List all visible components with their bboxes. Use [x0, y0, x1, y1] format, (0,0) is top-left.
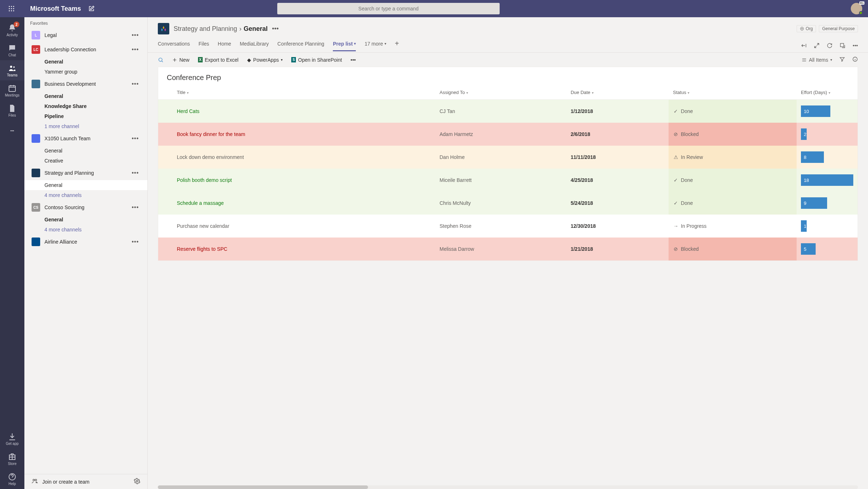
calendar-icon [8, 84, 16, 93]
filter-icon[interactable] [839, 56, 845, 63]
horizontal-scrollbar[interactable] [158, 485, 858, 489]
appbar-label: Get app [6, 442, 19, 446]
search-input[interactable] [277, 3, 500, 14]
tab-conference-planning[interactable]: Conference Planning [277, 41, 324, 51]
popout-icon[interactable] [840, 43, 845, 50]
team-row[interactable]: LC Leadership Connection ••• [24, 42, 147, 57]
help-icon [8, 472, 16, 481]
table-row[interactable]: Polish booth demo script Miceile Barrett… [158, 169, 858, 192]
appbar-activity[interactable]: 2 Activity [0, 20, 24, 40]
row-due: 1/12/2018 [566, 100, 669, 123]
new-button[interactable]: New [172, 57, 189, 63]
toolbar-more-icon[interactable]: ••• [350, 57, 356, 63]
more-icon[interactable]: ••• [130, 170, 140, 176]
row-status: ✓Done [673, 200, 792, 206]
channel-item[interactable]: General [24, 57, 147, 67]
tab-prep-list[interactable]: Prep list▾ [333, 41, 356, 51]
reply-icon[interactable] [801, 43, 807, 50]
row-status: ⊘Blocked [673, 131, 792, 137]
more-icon[interactable]: ••• [130, 46, 140, 53]
column-header[interactable]: Assigned To▾ [435, 85, 566, 100]
avatar[interactable]: R1 [851, 3, 862, 14]
chevron-right-icon: › [239, 25, 241, 33]
tab-medialibrary[interactable]: MediaLibrary [240, 41, 269, 51]
expand-icon[interactable] [814, 43, 820, 50]
refresh-icon[interactable] [827, 43, 832, 50]
info-icon[interactable] [852, 56, 858, 63]
appbar-more[interactable]: ••• [0, 121, 24, 141]
row-assigned: Dan Holme [435, 146, 566, 169]
sharepoint-button[interactable]: SOpen in SharePoint [291, 57, 342, 63]
chevron-down-icon: ▾ [830, 58, 832, 62]
status-icon: → [673, 223, 679, 229]
table-row[interactable]: Herd Cats CJ Tan 1/12/2018 ✓Done 10 [158, 100, 858, 123]
row-status: ✓Done [673, 177, 792, 183]
team-row[interactable]: Strategy and Planning ••• [24, 166, 147, 180]
table-row[interactable]: Schedule a massage Chris McNulty 5/24/20… [158, 192, 858, 215]
more-icon[interactable]: ••• [130, 135, 140, 142]
channel-item[interactable]: Creative [24, 156, 147, 166]
search-icon[interactable] [158, 57, 164, 63]
appbar-files[interactable]: Files [0, 100, 24, 121]
more-icon[interactable]: ••• [272, 25, 279, 33]
more-icon[interactable]: ••• [130, 239, 140, 245]
team-name: X1050 Launch Team [44, 136, 130, 141]
more-channels-link[interactable]: 4 more channels [24, 225, 147, 235]
column-header[interactable]: Due Date▾ [566, 85, 669, 100]
status-icon: ✓ [673, 177, 679, 183]
row-assigned: Melissa Darrow [435, 238, 566, 260]
column-header[interactable]: Title▾ [158, 85, 435, 100]
more-icon[interactable]: ••• [853, 43, 858, 50]
excel-icon: X [198, 57, 203, 62]
gear-icon[interactable] [134, 478, 140, 485]
table-row[interactable]: Reserve flights to SPC Melissa Darrow 1/… [158, 238, 858, 260]
table-row[interactable]: Lock down demo environment Dan Holme 11/… [158, 146, 858, 169]
svg-point-8 [13, 10, 14, 11]
channel-item[interactable]: General [24, 215, 147, 225]
channel-item[interactable]: Yammer group [24, 67, 147, 77]
channel-item[interactable]: Pipeline [24, 111, 147, 121]
column-header[interactable]: Effort (Days)▾ [797, 85, 858, 100]
appbar-chat[interactable]: Chat [0, 40, 24, 60]
channel-item[interactable]: General [24, 146, 147, 156]
view-selector[interactable]: All Items▾ [802, 57, 832, 63]
team-row[interactable]: Airline Alliance ••• [24, 235, 147, 249]
row-title: Book fancy dinner for the team [177, 131, 245, 137]
more-icon[interactable]: ••• [130, 32, 140, 38]
more-channels-link[interactable]: 4 more channels [24, 190, 147, 200]
compose-icon[interactable] [88, 5, 95, 12]
appbar-meetings[interactable]: Meetings [0, 80, 24, 100]
appbar-help[interactable]: Help [0, 469, 24, 489]
add-tab-button[interactable]: + [395, 39, 399, 52]
appbar-teams[interactable]: Teams [0, 60, 24, 80]
export-excel-button[interactable]: XExport to Excel [198, 57, 239, 63]
search-box [277, 3, 500, 14]
join-team-label[interactable]: Join or create a team [42, 479, 90, 485]
breadcrumb-team[interactable]: Strategy and Planning [174, 25, 237, 33]
channel-item[interactable]: General [24, 91, 147, 101]
tab-17-more[interactable]: 17 more▾ [364, 41, 386, 51]
powerapps-button[interactable]: ◆PowerApps▾ [247, 57, 283, 63]
team-row[interactable]: CS Contoso Sourcing ••• [24, 200, 147, 215]
column-header[interactable]: Status▾ [669, 85, 797, 100]
appbar-getapp[interactable]: Get app [0, 429, 24, 449]
more-icon[interactable]: ••• [130, 204, 140, 211]
app-launcher-icon[interactable] [6, 3, 17, 14]
store-icon [8, 452, 16, 461]
more-icon[interactable]: ••• [130, 81, 140, 87]
appbar-store[interactable]: Store [0, 449, 24, 469]
team-row[interactable]: Business Development ••• [24, 77, 147, 91]
purpose-button[interactable]: General Purpose [819, 25, 858, 32]
table-row[interactable]: Book fancy dinner for the team Adam Harm… [158, 123, 858, 146]
team-row[interactable]: X1050 Launch Team ••• [24, 131, 147, 146]
more-channels-link[interactable]: 1 more channel [24, 121, 147, 131]
org-button[interactable]: Org [797, 25, 816, 32]
tab-files[interactable]: Files [199, 41, 209, 51]
tab-home[interactable]: Home [218, 41, 231, 51]
effort-bar: 1 [801, 220, 807, 232]
team-row[interactable]: L Legal ••• [24, 28, 147, 42]
table-row[interactable]: Purchase new calendar Stephen Rose 12/30… [158, 215, 858, 238]
tab-conversations[interactable]: Conversations [158, 41, 190, 51]
channel-item[interactable]: Knowledge Share [24, 101, 147, 111]
channel-item[interactable]: General [24, 180, 147, 190]
